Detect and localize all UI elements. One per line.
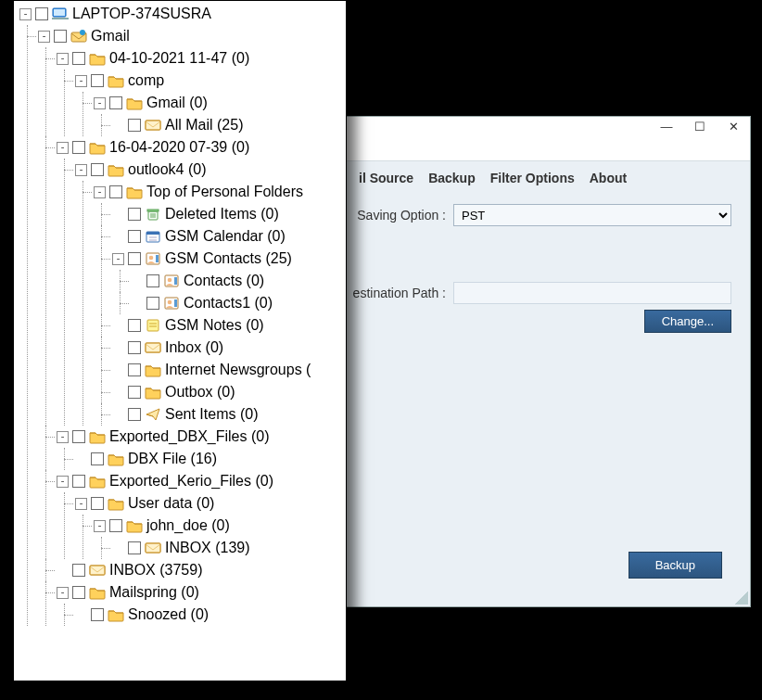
checkbox[interactable] [54,30,67,43]
calendar-icon [145,229,161,244]
collapse-icon[interactable]: - [57,587,69,599]
saving-option-select[interactable]: PST [453,204,731,226]
collapse-icon[interactable]: - [19,8,32,20]
tree-node-dbf[interactable]: DBX File (16) [75,448,346,470]
tree-node-sn[interactable]: Snoozed (0) [75,604,346,626]
tree-node-con[interactable]: -GSM Contacts (25) [112,248,346,270]
collapse-icon[interactable]: - [112,253,124,265]
contacts-icon [163,296,180,311]
tree-node-d1[interactable]: -04-10-2021 11-47 (0) [57,47,346,70]
maximize-button[interactable]: ☐ [683,117,717,139]
tree-node-snt[interactable]: Sent Items (0) [112,403,346,426]
close-button[interactable]: ✕ [717,117,750,139]
backup-button[interactable]: Backup [629,552,722,579]
checkbox[interactable] [72,52,85,65]
collapse-icon[interactable]: - [57,53,69,65]
tree-node-out[interactable]: Outbox (0) [112,381,346,403]
checkbox[interactable] [128,386,141,399]
tree-label: Gmail [91,28,130,45]
checkbox[interactable] [128,341,141,354]
tree-node-ing[interactable]: Internet Newsgroups ( [112,359,346,381]
tree-node-gmail[interactable]: -Gmail [38,25,346,47]
svg-rect-21 [174,277,177,285]
collapse-icon[interactable]: - [94,186,106,198]
tree-node-top[interactable]: -Top of Personal Folders [94,181,346,203]
tab-filter-options[interactable]: Filter Options [485,169,580,187]
tree-label: Deleted Items (0) [165,206,279,223]
tree-node-gm[interactable]: -Gmail (0) [94,92,346,114]
tree-label: All Mail (25) [165,117,243,134]
tree-label: LAPTOP-374SUSRA [72,6,211,22]
tree-label: Gmail (0) [146,95,208,111]
no-expander [131,275,143,287]
tree-label: GSM Notes (0) [165,317,264,334]
tab-about[interactable]: About [584,169,632,187]
tree-node-c2[interactable]: Contacts1 (0) [131,292,346,314]
checkbox[interactable] [109,96,122,109]
checkbox[interactable] [72,430,85,443]
tree-node-d2[interactable]: -16-04-2020 07-39 (0) [57,136,346,159]
collapse-icon[interactable]: - [57,431,69,443]
tree-node-dbx[interactable]: -Exported_DBX_Files (0) [57,426,346,448]
tree-node-del[interactable]: Deleted Items (0) [112,203,346,225]
collapse-icon[interactable]: - [94,520,106,532]
checkbox[interactable] [91,608,104,621]
tree-node-ker[interactable]: -Exported_Kerio_Files (0) [57,470,346,492]
collapse-icon[interactable]: - [38,31,50,43]
checkbox[interactable] [35,7,48,20]
tree-node-am[interactable]: All Mail (25) [112,114,346,136]
tree-node-minb[interactable]: INBOX (3759) [57,559,346,581]
checkbox[interactable] [72,564,85,577]
sent-icon [145,407,161,422]
resize-grip[interactable] [735,592,748,605]
checkbox[interactable] [128,319,141,332]
checkbox[interactable] [128,208,141,221]
folder-icon [108,607,124,622]
tree-node-not[interactable]: GSM Notes (0) [112,314,346,337]
tree-node-jd[interactable]: -john_doe (0) [94,515,346,537]
checkbox[interactable] [72,141,85,154]
checkbox[interactable] [72,475,85,488]
checkbox[interactable] [128,408,141,421]
folder-tree[interactable]: -LAPTOP-374SUSRA-Gmail-04-10-2021 11-47 … [16,3,346,626]
minimize-button[interactable]: — [650,117,683,139]
checkbox[interactable] [91,163,104,176]
tree-label: Inbox (0) [165,339,223,356]
checkbox[interactable] [91,74,104,87]
tree-node-ol4[interactable]: -outlook4 (0) [75,159,346,181]
tree-node-inb[interactable]: Inbox (0) [112,337,346,359]
collapse-icon[interactable]: - [75,164,87,176]
tree-label: Contacts1 (0) [184,295,273,312]
tree-node-root[interactable]: -LAPTOP-374SUSRA [19,3,346,25]
checkbox[interactable] [128,230,141,243]
checkbox[interactable] [146,297,159,310]
tree-label: 16-04-2020 07-39 (0) [109,139,249,156]
tab-mail-source[interactable]: il Source [353,169,419,187]
checkbox[interactable] [109,519,122,532]
folder-icon [89,585,106,600]
tree-node-ud[interactable]: -User data (0) [75,492,346,515]
tab-backup[interactable]: Backup [423,169,481,187]
collapse-icon[interactable]: - [94,97,106,109]
tree-node-cal[interactable]: GSM Calendar (0) [112,225,346,248]
tree-node-c1[interactable]: Contacts (0) [131,270,346,292]
checkbox[interactable] [91,497,104,510]
tree-node-ms[interactable]: -Mailspring (0) [57,581,346,604]
checkbox[interactable] [128,363,141,376]
checkbox[interactable] [91,452,104,465]
checkbox[interactable] [128,252,141,265]
checkbox[interactable] [109,185,122,198]
collapse-icon[interactable]: - [75,498,87,510]
destination-path-input[interactable] [453,282,731,304]
folder-icon [108,452,124,466]
tree-node-comp[interactable]: -comp [75,70,346,92]
collapse-icon[interactable]: - [57,142,69,154]
checkbox[interactable] [128,119,141,132]
collapse-icon[interactable]: - [57,476,69,488]
tree-node-jinb[interactable]: INBOX (139) [112,537,346,559]
checkbox[interactable] [72,586,85,599]
collapse-icon[interactable]: - [75,75,87,87]
change-button[interactable]: Change... [644,310,731,333]
checkbox[interactable] [128,541,141,554]
checkbox[interactable] [146,274,159,287]
